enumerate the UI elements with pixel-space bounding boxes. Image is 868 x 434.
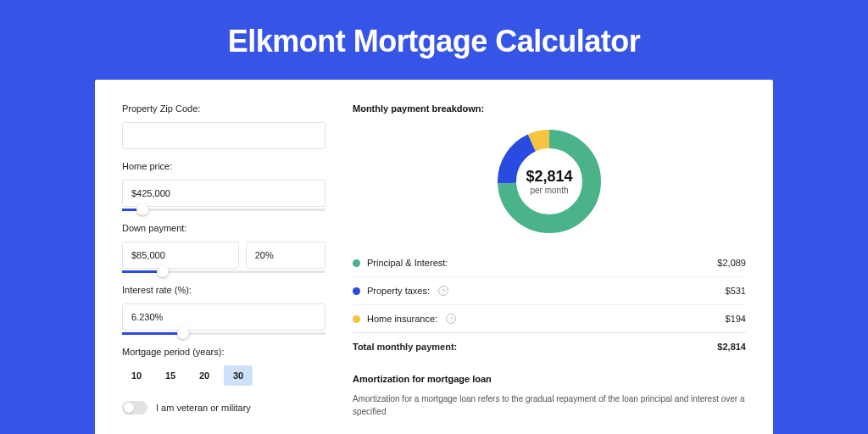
- dot-icon: [353, 259, 360, 267]
- interest-rate-label: Interest rate (%):: [122, 285, 326, 295]
- ins-value: $194: [726, 314, 746, 324]
- breakdown-column: Monthly payment breakdown: $2,814 per mo…: [353, 103, 746, 434]
- slider-thumb[interactable]: [157, 265, 169, 277]
- payment-donut-chart: $2,814 per month: [497, 129, 602, 234]
- slider-thumb[interactable]: [177, 327, 189, 339]
- down-payment-label: Down payment:: [122, 223, 326, 233]
- amort-text: Amortization for a mortgage loan refers …: [353, 392, 746, 418]
- period-label: Mortgage period (years):: [122, 347, 326, 357]
- dot-icon: [353, 287, 360, 295]
- period-20-button[interactable]: 20: [190, 365, 219, 386]
- breakdown-title: Monthly payment breakdown:: [353, 103, 746, 114]
- ins-label: Home insurance:: [367, 314, 437, 324]
- info-icon[interactable]: ?: [438, 286, 448, 296]
- page-title: Elkmont Mortgage Calculator: [0, 0, 868, 80]
- interest-rate-input[interactable]: [122, 303, 326, 331]
- period-group: 10 15 20 30: [122, 365, 326, 386]
- donut-center-value: $2,814: [526, 168, 572, 186]
- form-column: Property Zip Code: Home price: Down paym…: [122, 103, 326, 434]
- home-price-input[interactable]: [122, 180, 326, 207]
- period-15-button[interactable]: 15: [156, 365, 185, 386]
- dot-icon: [353, 315, 360, 323]
- breakdown-row-total: Total monthly payment: $2,814: [353, 332, 746, 360]
- period-10-button[interactable]: 10: [122, 365, 151, 386]
- veteran-label: I am veteran or military: [156, 403, 251, 413]
- period-30-button[interactable]: 30: [224, 365, 253, 386]
- slider-thumb[interactable]: [136, 203, 148, 215]
- tax-value: $531: [726, 286, 746, 296]
- down-payment-slider[interactable]: [122, 270, 326, 273]
- pi-label: Principal & Interest:: [367, 258, 448, 268]
- tax-label: Property taxes:: [367, 286, 430, 296]
- amort-title: Amortization for mortgage loan: [353, 374, 746, 384]
- zip-label: Property Zip Code:: [122, 103, 326, 114]
- home-price-slider[interactable]: [122, 209, 326, 211]
- breakdown-row-pi: Principal & Interest: $2,089: [353, 249, 746, 277]
- down-payment-pct-input[interactable]: [246, 242, 326, 269]
- total-value: $2,814: [717, 342, 746, 352]
- donut-center-sub: per month: [530, 186, 568, 195]
- total-label: Total monthly payment:: [353, 342, 457, 352]
- calculator-card: Property Zip Code: Home price: Down paym…: [95, 80, 773, 434]
- pi-value: $2,089: [717, 258, 746, 268]
- home-price-label: Home price:: [122, 161, 326, 171]
- breakdown-row-tax: Property taxes: ? $531: [353, 277, 746, 305]
- veteran-toggle[interactable]: [122, 401, 147, 415]
- interest-rate-slider[interactable]: [122, 332, 326, 335]
- info-icon[interactable]: ?: [446, 314, 456, 324]
- down-payment-input[interactable]: [122, 242, 239, 269]
- breakdown-row-ins: Home insurance: ? $194: [353, 305, 746, 333]
- zip-input[interactable]: [122, 122, 326, 149]
